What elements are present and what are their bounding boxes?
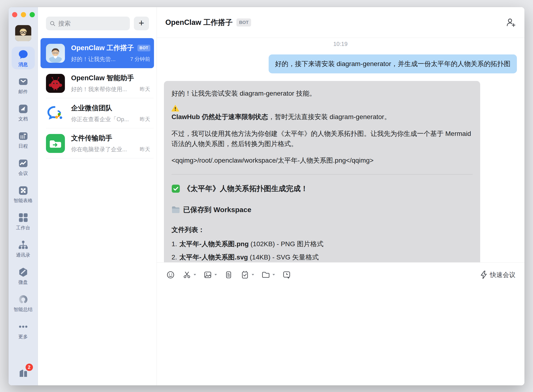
folder-button[interactable] [261, 270, 275, 280]
todo-button[interactable] [240, 270, 254, 280]
search-icon [50, 20, 55, 27]
quick-meeting-label: 快速会议 [490, 271, 515, 279]
sidebar-item-contacts[interactable]: 通讯录 [12, 237, 35, 260]
user-avatar[interactable] [15, 25, 31, 41]
message-list[interactable]: 10:19 好的，接下来请安装 diagram-generator，并生成一份太… [157, 38, 524, 262]
chat-item-preview: 好的！我来帮你使用... [71, 85, 137, 93]
lightning-icon [480, 271, 487, 279]
sidebar-item-label: 日程 [19, 143, 28, 149]
app-window: 消息 邮件 文档 [9, 7, 524, 385]
todo-check-icon [240, 270, 250, 280]
bot-warning-rest: ，暂时无法直接安装 diagram-generator。 [268, 113, 391, 121]
bot-heading-text: 已保存到 Workspace [183, 204, 251, 215]
sidebar-item-label: 工作台 [16, 225, 30, 231]
sidebar-item-label: 邮件 [19, 89, 28, 95]
chat-item-time: 昨天 [140, 116, 150, 123]
sidebar-item-calendar[interactable]: 日程 [12, 128, 35, 151]
search-box[interactable] [46, 17, 130, 30]
user-avatar-image [15, 25, 31, 41]
sidebar-item-label: 通讯录 [16, 252, 30, 258]
message-bubble-icon [18, 49, 29, 60]
sidebar-item-docs[interactable]: 文档 [12, 101, 35, 124]
partner-avatar-image [46, 44, 65, 63]
chevron-down-icon [272, 274, 275, 275]
emoji-icon [166, 270, 175, 280]
file-list-item: 2.太平年-人物关系图.svg (14KB) - SVG 矢量格式 [171, 252, 473, 262]
minimize-button[interactable] [21, 12, 26, 17]
sidebar-nav: 消息 邮件 文档 [12, 47, 35, 346]
add-member-button[interactable] [505, 17, 516, 28]
warning-icon [171, 105, 179, 112]
message-input[interactable] [157, 287, 524, 385]
sidebar-item-label: 会议 [19, 170, 28, 177]
sidebar-item-smart-table[interactable]: 智能表格 [12, 183, 35, 205]
sidebar-item-summary[interactable]: 智能总结 [12, 292, 35, 314]
sidebar-item-label: 微盘 [19, 279, 28, 285]
chat-item-time: 7 分钟前 [130, 56, 150, 63]
chat-item-name: OpenClaw 智能助手 [71, 73, 134, 83]
bot-image-tag: <qqimg>/root/.openclaw/workspace/太平年-人物关… [171, 155, 473, 165]
quick-meeting-button[interactable]: 快速会议 [480, 271, 515, 279]
screenshot-button[interactable] [182, 270, 196, 280]
bot-paragraph: 不过，我可以使用其他方法为你创建《太平年》的人物关系拓扑图。让我先为你生成一个基… [171, 129, 473, 149]
scissors-icon [182, 270, 192, 280]
file-list-item: 1.太平年-人物关系图.png (102KB) - PNG 图片格式 [171, 239, 473, 249]
emoji-button[interactable] [166, 270, 175, 280]
sidebar-item-mail[interactable]: 邮件 [12, 74, 35, 97]
mail-icon [18, 76, 29, 87]
file-button[interactable] [224, 270, 233, 280]
chat-history-button[interactable] [282, 270, 291, 280]
bot-heading-complete: 《太平年》人物关系拓扑图生成完成！ [171, 183, 473, 194]
traffic-lights [12, 12, 35, 17]
chat-item-openclaw-assistant[interactable]: OpenClaw 智能助手 好的！我来帮你使用... 昨天 [41, 68, 154, 98]
sidebar-item-company[interactable]: 2 [17, 366, 29, 377]
avatar [46, 104, 65, 123]
meeting-icon [18, 158, 29, 168]
close-button[interactable] [12, 12, 17, 17]
sidebar-item-meeting[interactable]: 会议 [12, 155, 35, 178]
chat-area: OpenClaw 工作搭子 BOT 10:19 好的，接下来请安装 diagra… [157, 7, 524, 385]
bot-heading-text: 《太平年》人物关系拓扑图生成完成！ [183, 183, 308, 194]
summary-icon [18, 294, 29, 305]
input-toolbar: 快速会议 [157, 262, 524, 287]
file-meta: (14KB) - SVG 矢量格式 [248, 253, 319, 261]
chat-item-name: 企业微信团队 [71, 103, 112, 113]
check-icon [171, 184, 180, 193]
bot-badge: BOT [137, 45, 151, 51]
chat-item-openclaw-partner[interactable]: OpenClaw 工作搭子 BOT 好的！让我先尝... 7 分钟前 [41, 38, 154, 68]
folder-outline-icon [261, 270, 270, 280]
chevron-down-icon [252, 274, 254, 275]
chat-item-name: OpenClaw 工作搭子 [71, 43, 134, 53]
bot-heading-workspace: 已保存到 Workspace [171, 204, 473, 215]
file-icon [224, 270, 233, 280]
folder-icon [171, 206, 180, 214]
workbench-icon [18, 213, 29, 223]
assistant-avatar-image [46, 74, 65, 93]
user-message-bubble: 好的，接下来请安装 diagram-generator，并生成一份太平年的人物关… [269, 54, 517, 73]
message-divider [171, 174, 473, 174]
docs-icon [18, 104, 29, 114]
bot-paragraph: 好的！让我先尝试安装 diagram-generator 技能。 [171, 88, 473, 98]
sidebar-item-messages[interactable]: 消息 [12, 47, 35, 69]
new-chat-button[interactable]: + [134, 17, 149, 30]
chat-item-file-transfer[interactable]: 文件传输助手 你在电脑登录了企业... 昨天 [41, 128, 154, 158]
sidebar-item-label: 文档 [19, 116, 28, 122]
chat-item-time: 昨天 [140, 146, 150, 153]
chat-item-time: 昨天 [140, 86, 150, 93]
more-icon [18, 322, 29, 332]
file-transfer-icon [46, 134, 65, 153]
sidebar-item-more[interactable]: 更多 [12, 319, 35, 342]
chat-header: OpenClaw 工作搭子 BOT [157, 7, 524, 38]
sidebar-item-label: 智能表格 [14, 197, 33, 204]
chat-title: OpenClaw 工作搭子 [165, 18, 233, 28]
search-input[interactable] [58, 20, 126, 27]
zoom-button[interactable] [30, 12, 35, 17]
chat-item-wecom-team[interactable]: 企业微信团队 你正在查看企业「Op... 昨天 [41, 98, 154, 128]
chat-item-preview: 好的！让我先尝... [71, 55, 127, 63]
chat-history-icon [282, 270, 291, 280]
sidebar-item-workbench[interactable]: 工作台 [12, 210, 35, 233]
image-button[interactable] [203, 270, 217, 280]
calendar-icon [18, 131, 29, 141]
file-name: 太平年-人物关系图.png [179, 240, 249, 247]
sidebar-item-drive[interactable]: 微盘 [12, 264, 35, 287]
